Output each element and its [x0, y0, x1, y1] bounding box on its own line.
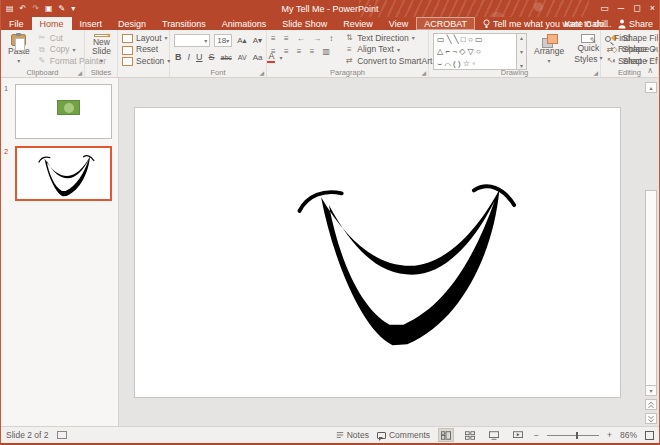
- notes-button[interactable]: Notes: [336, 430, 369, 440]
- comments-button[interactable]: Comments: [377, 430, 430, 440]
- layout-label: Layout: [136, 34, 162, 43]
- select-button[interactable]: ↖ Select ▾: [605, 57, 655, 66]
- slide-sorter-view-button[interactable]: [462, 428, 478, 442]
- slide-editing-area[interactable]: [134, 107, 621, 398]
- section-button[interactable]: Section ▾: [122, 57, 170, 66]
- text-shadow-button[interactable]: abc: [220, 54, 233, 61]
- ribbon-group-slides: New Slide ▾ Slides: [85, 30, 118, 77]
- normal-view-button[interactable]: [438, 428, 454, 442]
- ribbon-group-drawing: ▭ ╲ ╲ □ ○ ▭ △ ⌐ ¬ ◇ ▽ ○ ⌣ ⌒ ( ) ☆ ◦ ▴ ▾ …: [429, 30, 601, 77]
- zoom-slider[interactable]: [547, 435, 599, 436]
- find-button[interactable]: Find: [605, 34, 655, 43]
- slide-2-thumbnail[interactable]: [15, 146, 112, 201]
- shrink-font-button[interactable]: A▾: [252, 36, 263, 45]
- user-name[interactable]: Kate Cahill: [564, 19, 608, 29]
- new-slide-icon: [94, 34, 110, 37]
- account-area: Kate Cahill Share: [564, 17, 653, 30]
- layout-button[interactable]: Layout ▾: [122, 34, 170, 43]
- strikethrough-button[interactable]: S: [208, 52, 216, 62]
- vertical-scrollbar[interactable]: ▴ ▾: [643, 78, 659, 428]
- font-name-combobox[interactable]: ▾: [174, 34, 210, 47]
- reading-view-button[interactable]: [486, 428, 502, 442]
- tab-acrobat[interactable]: ACROBAT: [416, 17, 475, 30]
- reset-icon: [122, 46, 133, 55]
- slide-indicator[interactable]: Slide 2 of 2: [6, 430, 49, 440]
- text-direction-label: Text Direction: [357, 34, 409, 43]
- paste-button[interactable]: Paste ▾: [5, 33, 33, 66]
- paragraph-dialog-launcher-icon[interactable]: ◢: [421, 69, 426, 76]
- zoom-out-button[interactable]: −: [534, 430, 539, 440]
- tab-insert[interactable]: Insert: [72, 17, 111, 30]
- scrollbar-thumb[interactable]: [645, 190, 657, 390]
- zoom-in-button[interactable]: +: [607, 430, 612, 440]
- clipboard-dialog-launcher-icon[interactable]: ◢: [77, 69, 82, 76]
- redo-icon[interactable]: ↷: [32, 5, 39, 13]
- slides-group-label: Slides: [85, 68, 117, 77]
- bold-button[interactable]: B: [174, 52, 183, 62]
- align-text-button[interactable]: ≡ Align Text ▾: [344, 45, 438, 54]
- undo-icon[interactable]: ↶: [20, 5, 27, 13]
- close-icon[interactable]: ×: [650, 1, 655, 16]
- shapes-row-2[interactable]: △ ⌐ ¬ ◇ ▽ ○: [437, 46, 513, 58]
- quick-styles-label-1: Quick: [577, 44, 599, 54]
- ribbon-display-options-icon[interactable]: ▭: [600, 1, 609, 16]
- reset-button[interactable]: Reset: [122, 45, 170, 54]
- zoom-slider-thumb[interactable]: [576, 432, 579, 439]
- underline-button[interactable]: U: [195, 52, 204, 62]
- replace-button[interactable]: ⇄ Replace ▾: [605, 45, 655, 54]
- text-direction-button[interactable]: ⇅ Text Direction ▾: [344, 34, 438, 43]
- shapes-row-1[interactable]: ▭ ╲ ╲ □ ○ ▭: [437, 34, 513, 46]
- character-spacing-button[interactable]: AV: [237, 54, 248, 61]
- section-icon: [122, 57, 133, 66]
- smile-shape-graphic[interactable]: [275, 160, 520, 356]
- previous-slide-button[interactable]: [645, 399, 657, 410]
- tab-file[interactable]: File: [1, 17, 32, 30]
- font-dialog-launcher-icon[interactable]: ◢: [259, 69, 264, 76]
- scroll-up-icon[interactable]: ▴: [645, 82, 657, 93]
- font-size-value: 18: [217, 36, 226, 45]
- shapes-gallery[interactable]: ▭ ╲ ╲ □ ○ ▭ △ ⌐ ¬ ◇ ▽ ○ ⌣ ⌒ ( ) ☆ ◦: [433, 33, 517, 70]
- scroll-down-icon[interactable]: ▾: [645, 385, 657, 396]
- tab-design[interactable]: Design: [110, 17, 154, 30]
- new-slide-button[interactable]: New Slide ▾: [89, 33, 114, 66]
- fit-slide-to-window-icon[interactable]: [645, 431, 654, 440]
- slide-show-view-button[interactable]: [510, 428, 526, 442]
- display-settings-icon[interactable]: [57, 431, 67, 439]
- arrange-button[interactable]: Arrange ▾: [531, 33, 567, 66]
- tab-animations[interactable]: Animations: [214, 17, 275, 30]
- italic-button[interactable]: I: [187, 52, 192, 62]
- drawing-dialog-launcher-icon[interactable]: ◢: [593, 69, 598, 76]
- grow-font-button[interactable]: A▴: [236, 36, 247, 45]
- find-label: Find: [614, 34, 631, 43]
- minimize-icon[interactable]: ─: [618, 1, 624, 16]
- gallery-down-icon[interactable]: ▾: [520, 48, 523, 55]
- tab-home[interactable]: Home: [32, 17, 72, 30]
- convert-smartart-button[interactable]: ⇄ Convert to SmartArt ▾: [344, 57, 438, 66]
- start-slideshow-icon[interactable]: ▣: [45, 5, 53, 13]
- convert-smartart-label: Convert to SmartArt: [357, 57, 432, 66]
- tab-review[interactable]: Review: [335, 17, 381, 30]
- gallery-up-icon[interactable]: ▴: [520, 34, 523, 41]
- paste-dropdown-icon[interactable]: ▾: [17, 58, 20, 65]
- change-case-button[interactable]: Aa: [252, 53, 264, 62]
- collapse-ribbon-icon[interactable]: ∧: [647, 66, 653, 75]
- restore-icon[interactable]: ◻: [633, 1, 640, 16]
- quick-access-toolbar: ▤ ↶ ↷ ▣ ✎ ▾: [1, 5, 75, 13]
- slide-1-thumbnail[interactable]: [15, 84, 112, 139]
- shapes-gallery-scrollbar[interactable]: ▴ ▾ ▾: [517, 33, 527, 70]
- copy-icon: ⧉: [37, 46, 47, 55]
- window-controls: ▭ ─ ◻ ×: [600, 1, 655, 16]
- customize-qat-icon[interactable]: ▾: [71, 5, 75, 13]
- next-slide-button[interactable]: [645, 413, 657, 424]
- tab-slide-show[interactable]: Slide Show: [274, 17, 335, 30]
- paragraph-list-indent-icons[interactable]: ≡ ≡ ← → ↕: [271, 34, 336, 43]
- tab-view[interactable]: View: [381, 17, 416, 30]
- tab-transitions[interactable]: Transitions: [154, 17, 214, 30]
- touch-mode-icon[interactable]: ✎: [59, 5, 66, 13]
- font-size-combobox[interactable]: 18 ▾: [214, 34, 232, 47]
- new-slide-dropdown-icon[interactable]: ▾: [100, 58, 103, 65]
- save-icon[interactable]: ▤: [6, 5, 14, 13]
- paragraph-align-icons[interactable]: ≡ ≡ ≡ ≡ ▥: [271, 47, 336, 56]
- zoom-level[interactable]: 86%: [620, 430, 637, 440]
- share-button[interactable]: Share: [618, 19, 653, 29]
